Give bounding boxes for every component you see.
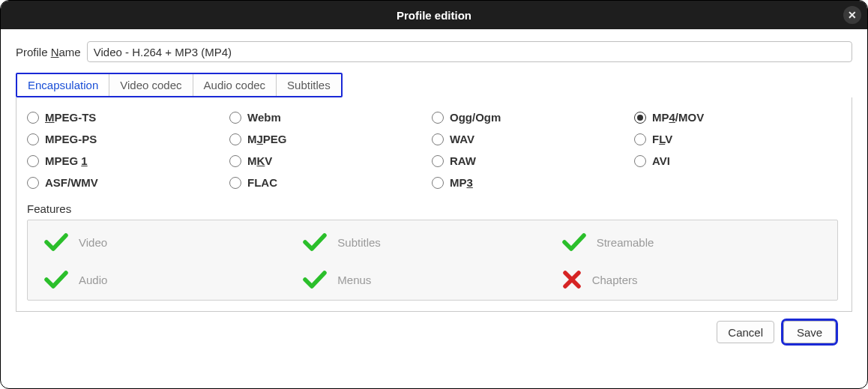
radio-mkv[interactable]: MKV [229,154,432,167]
radio-label: ASF/WMV [45,176,98,189]
feature-video: Video [44,232,303,252]
close-icon: ✕ [848,10,857,20]
feature-subtitles: Subtitles [303,232,561,252]
feature-label: Streamable [597,236,654,249]
feature-menus: Menus [303,270,561,289]
radio-avi[interactable]: AVI [634,154,838,167]
window-title: Profile edition [397,9,471,22]
tab-video-codec[interactable]: Video codec [109,74,193,96]
profile-name-input[interactable] [87,41,852,62]
radio-label: MPEG 1 [45,154,88,167]
check-icon [303,270,327,289]
titlebar: Profile edition ✕ [1,1,867,29]
cross-icon [562,270,582,289]
radio-webm[interactable]: Webm [229,111,432,124]
encapsulation-panel: MPEG-TS Webm Ogg/Ogm MP4/MOV MPEG-PS MJP… [16,97,852,312]
radio-label: FLAC [247,176,277,189]
radio-label: RAW [450,154,476,167]
feature-streamable: Streamable [562,232,821,252]
radio-mpeg-ts[interactable]: MPEG-TS [27,111,229,124]
features-box: Video Subtitles Streamable Audio Menus C… [27,220,838,301]
radio-mpeg1[interactable]: MPEG 1 [27,154,229,167]
radio-label: FLV [652,133,672,145]
radio-label: MKV [247,154,272,167]
feature-audio: Audio [44,270,303,289]
radio-label: MJPEG [247,133,287,145]
check-icon [44,270,68,289]
radio-label: AVI [652,154,670,167]
feature-label: Audio [79,274,107,286]
check-icon [303,232,327,252]
tab-encapsulation[interactable]: Encapsulation [17,74,109,96]
radio-label: MPEG-PS [45,133,97,145]
check-icon [44,232,68,252]
close-button[interactable]: ✕ [843,6,861,24]
feature-label: Subtitles [337,236,381,249]
feature-label: Menus [337,274,371,286]
radio-raw[interactable]: RAW [432,154,634,167]
radio-flac[interactable]: FLAC [229,176,432,189]
radio-asf[interactable]: ASF/WMV [27,176,229,189]
radio-mjpeg[interactable]: MJPEG [229,133,432,145]
cancel-button[interactable]: Cancel [717,321,774,343]
radio-ogg[interactable]: Ogg/Ogm [432,111,634,124]
radio-mp4[interactable]: MP4/MOV [634,111,838,124]
tab-subtitles[interactable]: Subtitles [277,74,341,96]
radio-mp3[interactable]: MP3 [432,176,634,189]
radio-label: MP3 [450,176,473,189]
profile-name-label: Profile Name [16,46,81,58]
radio-label: WAV [450,133,474,145]
feature-label: Video [79,236,107,249]
features-title: Features [27,202,838,215]
radio-label: Webm [247,111,281,124]
feature-chapters: Chapters [562,270,821,289]
radio-flv[interactable]: FLV [634,133,838,145]
check-icon [562,232,586,252]
radio-label: Ogg/Ogm [450,111,501,124]
radio-wav[interactable]: WAV [432,133,634,145]
tabs-bar: Encapsulation Video codec Audio codec Su… [16,73,343,97]
radio-label: MPEG-TS [45,111,96,124]
radio-mpeg-ps[interactable]: MPEG-PS [27,133,229,145]
tab-audio-codec[interactable]: Audio codec [193,74,277,96]
save-button[interactable]: Save [783,321,836,343]
radio-label: MP4/MOV [652,111,704,124]
feature-label: Chapters [592,274,638,286]
